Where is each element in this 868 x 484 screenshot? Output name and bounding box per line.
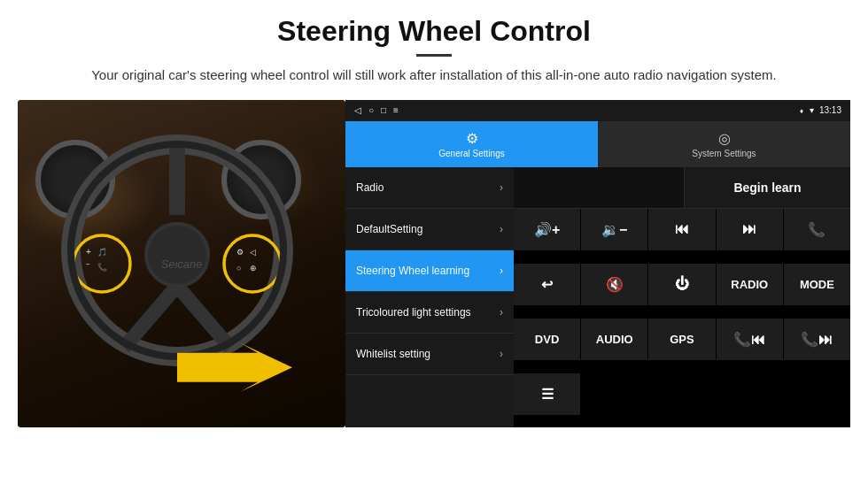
- svg-text:⚙: ⚙: [236, 248, 244, 257]
- svg-line-3: [177, 286, 230, 348]
- prev-track-icon: ⏮: [675, 221, 689, 237]
- status-right: ⬧ ▾ 13:13: [799, 105, 841, 115]
- radio-area: [514, 167, 684, 208]
- tel-next-button[interactable]: 📞⏭: [784, 319, 850, 360]
- power-button[interactable]: ⏻: [648, 264, 715, 305]
- menu-item-default[interactable]: DefaultSetting ›: [345, 209, 514, 250]
- svg-text:🎵: 🎵: [97, 247, 108, 257]
- system-settings-icon: ◎: [718, 130, 731, 147]
- page: Steering Wheel Control Your original car…: [0, 0, 868, 438]
- menu-whitelist-label: Whitelist setting: [356, 348, 430, 360]
- svg-text:+: +: [86, 247, 91, 257]
- back-call-button[interactable]: ↩: [514, 264, 580, 305]
- svg-text:📞: 📞: [97, 262, 108, 273]
- tab-general[interactable]: ⚙ General Settings: [345, 121, 598, 167]
- svg-text:◁: ◁: [250, 248, 256, 257]
- radio-button-label: RADIO: [731, 278, 768, 291]
- content-area: + − 🎵 📞 ⚙ ◁ ○ ⊕: [0, 93, 868, 438]
- vol-down-button[interactable]: 🔉−: [581, 209, 647, 250]
- control-button-grid: 🔊+ 🔉− ⏮ ⏭ 📞: [514, 209, 850, 427]
- arrow: [177, 343, 292, 392]
- gps-button-label: GPS: [670, 333, 694, 346]
- power-icon: ⏻: [675, 276, 689, 292]
- menu-item-steering[interactable]: Steering Wheel learning ›: [345, 250, 514, 292]
- tab-general-label: General Settings: [438, 149, 505, 158]
- audio-button-label: AUDIO: [596, 333, 633, 346]
- list-icon: ☰: [541, 386, 554, 403]
- recent-icon: □: [381, 105, 386, 115]
- menu-tricoloured-label: Tricoloured light settings: [356, 306, 471, 319]
- wifi-icon: ▾: [810, 105, 814, 115]
- title-divider: [416, 54, 452, 57]
- svg-line-2: [124, 286, 177, 348]
- phone-button[interactable]: 📞: [784, 209, 850, 250]
- dvd-button[interactable]: DVD: [514, 319, 580, 360]
- menu-whitelist-chevron: ›: [500, 348, 503, 360]
- tab-bar: ⚙ General Settings ◎ System Settings: [345, 121, 850, 167]
- mode-button[interactable]: MODE: [784, 264, 850, 305]
- vol-up-button[interactable]: 🔊+: [514, 209, 580, 250]
- menu-default-label: DefaultSetting: [356, 223, 422, 235]
- time-display: 13:13: [819, 105, 841, 115]
- begin-learn-button[interactable]: Begin learn: [684, 167, 850, 208]
- status-bar: ◁ ○ □ ≡ ⬧ ▾ 13:13: [345, 100, 850, 121]
- menu-item-tricoloured[interactable]: Tricoloured light settings ›: [345, 292, 514, 334]
- menu-item-radio[interactable]: Radio ›: [345, 167, 514, 209]
- page-title: Steering Wheel Control: [18, 16, 850, 47]
- home-icon: ○: [368, 105, 374, 115]
- prev-track-button[interactable]: ⏮: [648, 209, 715, 250]
- svg-point-4: [146, 224, 208, 286]
- mute-button[interactable]: 🔇: [581, 264, 647, 305]
- steering-wheel-svg: + − 🎵 📞 ⚙ ◁ ○ ⊕: [53, 127, 301, 374]
- vol-up-icon: 🔊+: [534, 221, 560, 238]
- menu-radio-label: Radio: [356, 181, 384, 194]
- location-icon: ⬧: [799, 105, 804, 115]
- page-header: Steering Wheel Control Your original car…: [0, 0, 868, 93]
- phone-icon: 📞: [808, 221, 825, 238]
- dvd-button-label: DVD: [535, 333, 559, 346]
- menu-tricoloured-chevron: ›: [500, 306, 503, 319]
- car-image: + − 🎵 📞 ⚙ ◁ ○ ⊕: [18, 100, 345, 427]
- status-left: ◁ ○ □ ≡: [354, 105, 399, 115]
- mute-icon: 🔇: [606, 276, 624, 293]
- svg-text:⊕: ⊕: [250, 264, 257, 273]
- menu-list: Radio › DefaultSetting › Steering Wheel …: [345, 167, 514, 427]
- menu-steering-chevron: ›: [500, 265, 503, 277]
- back-icon: ◁: [354, 105, 361, 115]
- mode-button-label: MODE: [800, 278, 834, 291]
- next-track-icon: ⏭: [742, 221, 756, 237]
- right-panel: Begin learn 🔊+ 🔉− ⏮: [514, 167, 850, 427]
- menu-item-whitelist[interactable]: Whitelist setting ›: [345, 334, 514, 375]
- menu-radio-chevron: ›: [500, 181, 503, 194]
- general-settings-icon: ⚙: [466, 130, 478, 147]
- tel-next-icon: 📞⏭: [801, 331, 833, 348]
- back-call-icon: ↩: [541, 276, 553, 293]
- vol-down-icon: 🔉−: [601, 221, 627, 238]
- menu-default-chevron: ›: [500, 223, 503, 235]
- svg-text:−: −: [86, 260, 90, 268]
- audio-button[interactable]: AUDIO: [581, 319, 647, 360]
- menu-icon: ≡: [393, 105, 399, 115]
- list-icon-button[interactable]: ☰: [514, 373, 580, 415]
- tab-system[interactable]: ◎ System Settings: [598, 121, 850, 167]
- tab-system-label: System Settings: [692, 149, 756, 158]
- tel-prev-icon: 📞⏮: [733, 331, 765, 348]
- radio-button[interactable]: RADIO: [717, 264, 783, 305]
- page-subtitle: Your original car's steering wheel contr…: [80, 65, 788, 86]
- android-panel: ◁ ○ □ ≡ ⬧ ▾ 13:13 ⚙ General Settings: [345, 100, 850, 427]
- right-top-row: Begin learn: [514, 167, 850, 209]
- gps-button[interactable]: GPS: [648, 319, 715, 360]
- next-track-button[interactable]: ⏭: [717, 209, 783, 250]
- menu-steering-label: Steering Wheel learning: [356, 265, 469, 277]
- svg-text:○: ○: [236, 264, 241, 273]
- panel-main: Radio › DefaultSetting › Steering Wheel …: [345, 167, 850, 427]
- tel-prev-button[interactable]: 📞⏮: [717, 319, 783, 360]
